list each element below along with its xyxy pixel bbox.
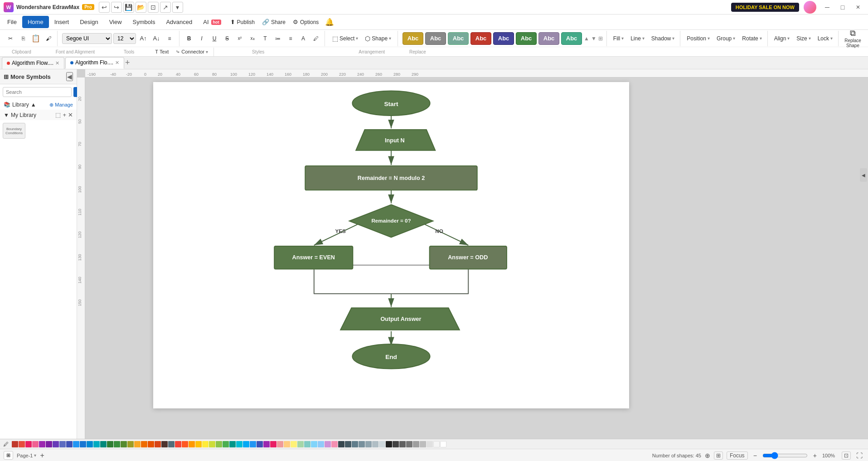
color-swatch-redl1[interactable] — [277, 441, 283, 447]
color-swatch-green4[interactable] — [223, 441, 229, 447]
color-swatch-indigo2[interactable] — [59, 441, 66, 447]
save-button[interactable]: 💾 — [123, 2, 134, 13]
color-swatch-lime2[interactable] — [209, 441, 215, 447]
color-swatch-darkgrey3[interactable] — [399, 441, 406, 447]
color-swatch-orange2[interactable] — [148, 441, 154, 447]
color-swatch-deeporange1[interactable] — [155, 441, 161, 447]
color-swatch-red3[interactable] — [175, 441, 181, 447]
color-swatch-grey2[interactable] — [352, 441, 358, 447]
subscript-button[interactable]: x₂ — [247, 33, 258, 44]
color-swatch-cyan1[interactable] — [93, 441, 100, 447]
style-preset-1[interactable]: Abc — [402, 32, 423, 45]
my-library-export-button[interactable]: ⬚ — [55, 112, 61, 118]
layer-icon[interactable]: ⊕ — [705, 452, 710, 459]
color-swatch-grey6[interactable] — [379, 441, 385, 447]
color-swatch-indigo1[interactable] — [53, 441, 59, 447]
font-color-button[interactable]: A — [297, 33, 309, 44]
zoom-slider[interactable] — [762, 452, 808, 459]
color-swatch-grey1[interactable] — [168, 441, 175, 447]
lock-button[interactable]: Lock▾ — [815, 34, 835, 43]
color-swatch-bluel1[interactable] — [311, 441, 317, 447]
zoom-collapse-button[interactable]: ◀ — [860, 168, 867, 182]
tab-2[interactable]: Algorithm Flo.... ✕ — [65, 57, 124, 69]
style-preset-4[interactable]: Abc — [470, 32, 491, 45]
styles-scroll-up[interactable]: ▲ — [584, 35, 589, 42]
color-swatch-white[interactable] — [440, 441, 446, 447]
redo-button[interactable]: ↪ — [111, 2, 122, 13]
share-button[interactable]: 🔗 Share — [258, 17, 289, 27]
italic-button[interactable]: I — [196, 33, 208, 44]
color-swatch-pinkl1[interactable] — [331, 441, 338, 447]
replace-shape-button[interactable]: ⧉ Replace Shape — [843, 29, 863, 48]
select-button[interactable]: ⬚ Select ▾ — [330, 34, 361, 44]
export-button[interactable]: ↗ — [160, 2, 171, 13]
color-swatch-green1[interactable] — [107, 441, 113, 447]
sidebar-collapse-button[interactable]: ◀ — [66, 72, 73, 81]
color-swatch-teal1[interactable] — [100, 441, 107, 447]
size-button[interactable]: Size▾ — [794, 34, 813, 43]
color-swatch-lightgreen1[interactable] — [216, 441, 222, 447]
number-list-button[interactable]: ≡ — [285, 33, 296, 44]
avatar[interactable] — [804, 1, 816, 14]
color-swatch-pink2[interactable] — [32, 441, 39, 447]
color-swatch-yellow2[interactable] — [202, 441, 209, 447]
color-swatch-medgrey2[interactable] — [413, 441, 419, 447]
color-swatch-blue4[interactable] — [87, 441, 93, 447]
zoom-in-button[interactable]: + — [811, 452, 819, 459]
color-swatch-lime1[interactable] — [127, 441, 134, 447]
menu-symbols[interactable]: Symbols — [127, 16, 161, 28]
tab-1[interactable]: Algorithm Flow.... ✕ — [2, 57, 64, 69]
style-preset-7[interactable]: Abc — [538, 32, 559, 45]
color-swatch-orange3[interactable] — [182, 441, 188, 447]
superscript-button[interactable]: x² — [234, 33, 246, 44]
color-swatch-lightblue1[interactable] — [243, 441, 249, 447]
more-button[interactable]: ▾ — [172, 2, 183, 13]
copy-button[interactable]: ⎘ — [17, 33, 29, 44]
color-swatch-pink3[interactable] — [270, 441, 276, 447]
page-indicator[interactable]: Page-1 ▾ — [17, 453, 36, 458]
shape-button[interactable]: ⬡ Shape ▾ — [362, 34, 394, 44]
style-preset-5[interactable]: Abc — [493, 32, 514, 45]
color-swatch-purple2[interactable] — [46, 441, 52, 447]
color-swatch-orange4[interactable] — [189, 441, 195, 447]
color-swatch-greenl1[interactable] — [297, 441, 304, 447]
menu-advanced[interactable]: Advanced — [160, 16, 198, 28]
shadow-button[interactable]: Shadow▾ — [649, 34, 677, 43]
styles-scroll-down[interactable]: ▼ — [591, 35, 596, 42]
color-swatch-lightgrey1[interactable] — [420, 441, 426, 447]
open-button[interactable]: 📂 — [136, 2, 146, 13]
color-swatch-pink1[interactable] — [25, 441, 32, 447]
increase-font-button[interactable]: A↑ — [137, 33, 149, 44]
color-swatch-purple1[interactable] — [39, 441, 45, 447]
my-library-close-button[interactable]: ✕ — [68, 112, 73, 118]
tab-1-close[interactable]: ✕ — [55, 60, 59, 66]
font-size-select[interactable]: 12 — [113, 33, 136, 44]
manage-button[interactable]: ⊕ Manage — [49, 102, 73, 108]
menu-file[interactable]: File — [2, 16, 22, 28]
highlight-button[interactable]: 🖊 — [310, 33, 322, 44]
template-button[interactable]: ⊡ — [148, 2, 159, 13]
color-swatch-green2[interactable] — [114, 441, 120, 447]
bold-button[interactable]: B — [183, 33, 195, 44]
color-swatch-bluel2[interactable] — [318, 441, 324, 447]
color-swatch-orange1[interactable] — [141, 441, 147, 447]
color-swatch-teal2[interactable] — [229, 441, 236, 447]
text-button[interactable]: T Text — [152, 48, 171, 56]
color-swatch-yellowl1[interactable] — [291, 441, 297, 447]
color-swatch-purple3[interactable] — [263, 441, 270, 447]
style-preset-6[interactable]: Abc — [516, 32, 537, 45]
menu-ai[interactable]: AI hot — [198, 16, 226, 28]
color-swatch-purplel1[interactable] — [325, 441, 331, 447]
color-swatch-red1[interactable] — [12, 441, 18, 447]
text-style-button[interactable]: T — [259, 33, 271, 44]
color-swatch-black1[interactable] — [386, 441, 392, 447]
minimize-button[interactable]: ─ — [821, 2, 834, 12]
color-swatch-blue2[interactable] — [73, 441, 79, 447]
menu-view[interactable]: View — [104, 16, 127, 28]
new-tab-button[interactable]: + — [125, 58, 130, 68]
shape-thumbnail[interactable]: Boundary Conditions — [3, 123, 25, 139]
connector-button[interactable]: ⤷ Connector ▾ — [173, 48, 211, 56]
rotate-button[interactable]: Rotate▾ — [739, 34, 764, 43]
zoom-out-button[interactable]: − — [752, 452, 759, 459]
color-swatch-darkgrey2[interactable] — [345, 441, 351, 447]
